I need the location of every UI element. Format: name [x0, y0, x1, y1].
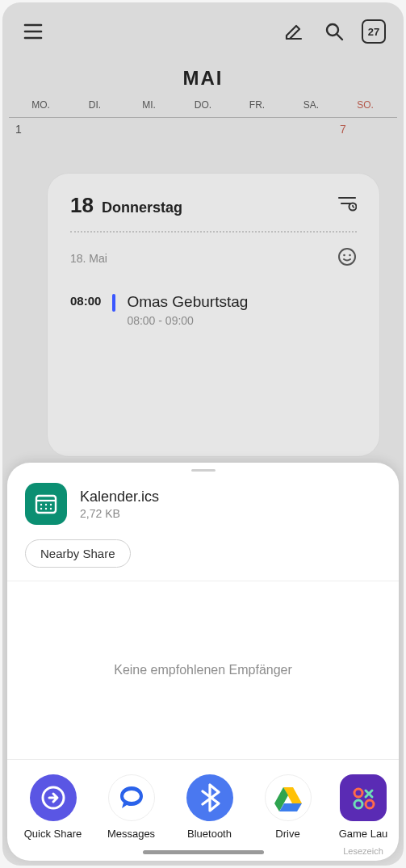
share-target-gamelauncher[interactable]: Game Lau Lesezeich: [327, 774, 399, 856]
svg-point-23: [123, 790, 140, 802]
menu-icon[interactable]: [20, 19, 46, 44]
today-button[interactable]: 27: [362, 19, 386, 44]
svg-point-28: [366, 800, 374, 808]
bluetooth-icon: [199, 783, 220, 812]
drive-icon: [273, 784, 303, 811]
quick-share-icon: [40, 784, 67, 811]
event-marker: [112, 294, 115, 312]
svg-point-21: [50, 508, 52, 509]
event-time: 08:00: [70, 293, 101, 308]
no-recipients-label: Keine empfohlenen Empfänger: [7, 581, 399, 759]
event-title: Omas Geburtstag: [127, 293, 357, 311]
day-number: 18: [70, 193, 94, 218]
game-launcher-icon: [349, 784, 377, 811]
drag-handle[interactable]: [191, 469, 216, 472]
month-title: MAI: [9, 67, 397, 90]
svg-point-16: [40, 504, 42, 505]
edit-icon[interactable]: [281, 19, 307, 44]
calendar-file-icon: [25, 483, 67, 525]
svg-point-12: [343, 254, 345, 257]
filter-icon[interactable]: [337, 195, 357, 216]
share-target-messages[interactable]: Messages: [92, 774, 170, 856]
event-item[interactable]: 08:00 Omas Geburtstag 08:00 - 09:00: [70, 293, 357, 327]
day-detail-card: 18 Donnerstag 18. Mai 08:00 Omas Geburts…: [48, 174, 379, 456]
today-badge: 27: [368, 26, 379, 38]
svg-point-13: [349, 254, 351, 257]
nearby-share-button[interactable]: Nearby Share: [25, 539, 131, 568]
svg-point-17: [45, 504, 47, 505]
day-date-label: 18. Mai: [70, 252, 107, 265]
search-icon[interactable]: [321, 19, 347, 44]
weekday-header: MO. DI. MI. DO. FR. SA. SO.: [9, 99, 397, 117]
svg-line-10: [353, 207, 354, 208]
svg-point-18: [50, 504, 52, 505]
share-target-quickshare[interactable]: Quick Share: [14, 774, 92, 856]
svg-point-19: [40, 508, 42, 509]
svg-point-4: [327, 24, 338, 36]
event-range: 08:00 - 09:00: [127, 314, 357, 327]
share-sheet: Kalender.ics 2,72 KB Nearby Share Keine …: [7, 463, 399, 861]
messages-icon: [115, 782, 148, 814]
file-name: Kalender.ics: [80, 489, 159, 505]
svg-point-27: [354, 800, 362, 808]
svg-point-24: [354, 789, 362, 797]
share-target-drive[interactable]: Drive: [249, 774, 327, 856]
day-name: Donnerstag: [102, 199, 182, 216]
svg-point-20: [45, 508, 47, 509]
svg-line-5: [337, 35, 342, 40]
sticker-icon[interactable]: [337, 247, 357, 269]
home-indicator[interactable]: [143, 850, 264, 854]
file-size: 2,72 KB: [80, 507, 159, 520]
svg-point-11: [339, 249, 355, 265]
share-target-bluetooth[interactable]: Bluetooth: [170, 774, 249, 856]
share-targets[interactable]: Quick Share Messages Bluetooth Drive: [7, 760, 399, 861]
